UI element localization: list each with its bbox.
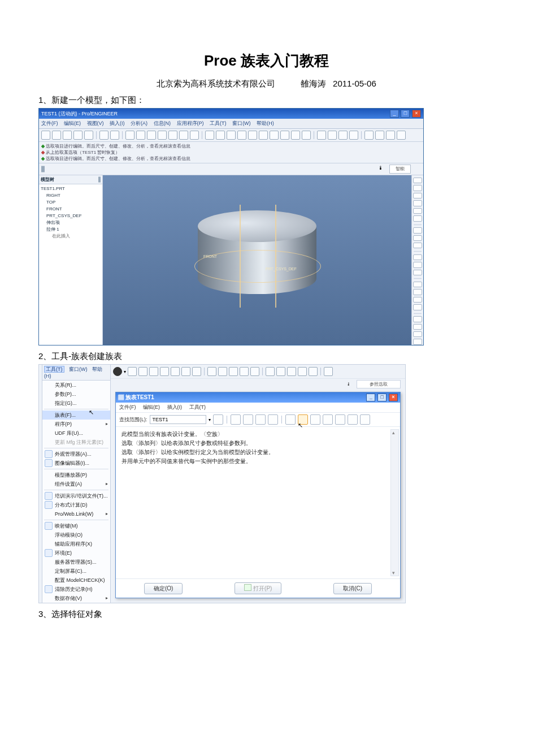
dmenu-file[interactable]: 文件(F) [119,404,136,410]
menu-item[interactable]: 族表(F)... [42,411,110,420]
graphics-viewport[interactable]: FRONT PRT_CSYS_DEF [103,175,411,345]
hiddenline-icon[interactable] [218,367,227,376]
copy-icon[interactable] [136,131,145,140]
zoom-in-icon[interactable] [128,367,137,376]
dialog-maximize[interactable]: □ [377,394,387,401]
save-icon[interactable] [63,131,72,140]
menu-item[interactable]: Pro/Web.Link(W)▸ [42,509,110,519]
reorient-icon[interactable] [160,367,169,376]
orient-icon[interactable] [259,131,268,140]
paste-icon[interactable] [147,131,156,140]
menu-item[interactable]: 定制屏幕(C)... [42,567,110,576]
blend-icon[interactable] [413,304,422,310]
menu-item[interactable]: 关系(R)... [42,381,110,390]
tools-dropdown-menu[interactable]: 工具(T) 窗口(W) 帮助(H) 关系(R)...参数(P)...指定(G).… [42,364,111,603]
menu-item[interactable]: 映射键(M) [42,521,110,530]
sketch-icon[interactable] [413,178,422,183]
sweep-icon[interactable] [413,297,422,303]
help-icon[interactable] [397,131,406,140]
menu-analysis[interactable]: 分析(A) [131,120,147,126]
preview-icon[interactable] [348,414,358,425]
menu-tools[interactable]: 工具(T) [44,366,64,373]
extrude-icon[interactable] [413,282,422,287]
menu-item[interactable]: 数据存储(V)▸ [42,594,110,603]
dmenu-edit[interactable]: 编辑(E) [143,404,160,410]
spin-center-icon[interactable] [113,367,122,376]
model-info-icon[interactable] [386,131,395,140]
hole-icon[interactable] [413,227,422,233]
cancel-button[interactable]: 取消(C) [333,583,372,594]
tree-item[interactable]: 拉伸 1 [41,226,101,233]
mail-icon[interactable] [84,131,93,140]
family-table-dialog[interactable]: ▦ 族表TEST1 _ □ × 文件(F) 编辑(E) 插入(I) 工具(T) … [115,392,401,598]
menu-item[interactable]: UDF 库(U)... [42,429,110,438]
csys-icon[interactable] [413,215,422,221]
zoomout-icon[interactable] [237,131,246,140]
print-icon[interactable] [73,131,83,140]
menu-view[interactable]: 视图(V) [87,120,104,126]
lookin-field[interactable]: TEST1 [150,415,206,424]
verify-icon[interactable] [335,414,345,425]
feature-toolbar[interactable] [411,175,423,345]
dialog-toolbar[interactable]: 查找范围(L): TEST1 ▾ [116,412,400,427]
menu-item[interactable]: 培训演示/培训文件(T)... [42,491,110,500]
enhanced-icon[interactable] [250,367,259,376]
datum-point-icon[interactable] [338,131,348,140]
dmenu-insert[interactable]: 插入(I) [167,404,183,410]
dialog-titlebar[interactable]: ▦ 族表TEST1 _ □ × [116,392,400,403]
dialog-close[interactable]: × [389,394,398,401]
ok-button[interactable]: 确定(O) [144,583,183,594]
cut-icon[interactable] [231,414,241,425]
tree-icon[interactable] [360,414,370,425]
datum-axis-icon[interactable] [328,131,337,140]
maximize-button[interactable]: □ [401,110,410,118]
dialog-menubar[interactable]: 文件(F) 编辑(E) 插入(I) 工具(T) [116,403,400,412]
plane-icon[interactable] [413,185,422,191]
datum-plane-disp-icon[interactable] [266,367,275,376]
curve-icon[interactable] [413,200,422,206]
spin-icon[interactable] [216,131,225,140]
draft-icon[interactable] [413,254,422,260]
selection-filter[interactable]: 参照选取 [357,380,401,388]
menu-file[interactable]: 文件(F) [41,120,58,126]
refit-icon[interactable] [149,367,158,376]
dmenu-tools[interactable]: 工具(T) [189,404,206,410]
main-toolbar[interactable] [39,129,423,142]
wireframe-icon[interactable] [207,367,216,376]
merge-icon[interactable] [413,331,422,337]
dialog-scrollbar[interactable] [390,429,399,576]
regenerate-icon[interactable] [158,131,167,140]
menu-insert[interactable]: 插入(I) [110,120,125,126]
menu-info[interactable]: 信息(N) [154,120,171,126]
paste-icon[interactable] [255,414,266,425]
menu-item[interactable]: 浮动模块(O) [42,530,110,539]
insert-row-icon[interactable] [285,414,296,425]
point-icon[interactable] [413,208,422,214]
measure-icon[interactable] [375,131,384,140]
patternize-icon[interactable] [310,414,320,425]
wireframe-icon[interactable] [291,131,300,140]
shell-icon[interactable] [413,235,422,241]
boundary-icon[interactable] [413,339,422,344]
menu-window[interactable]: 窗口(W) [232,120,251,126]
tree-set-icon[interactable] [99,176,101,183]
new-icon[interactable] [41,131,50,140]
menu-item[interactable]: 外观管理器(A)... [42,450,110,459]
annotation-disp-icon[interactable] [309,367,318,376]
menu-tools[interactable]: 工具(T) [210,120,227,126]
savedviews-icon[interactable] [270,131,279,140]
menu-apps[interactable]: 应用程序(P) [177,120,204,126]
tree-item[interactable]: PRT_CSYS_DEF [41,213,101,219]
shading-icon[interactable] [240,367,249,376]
menu-item[interactable]: 模型播放器(P) [42,470,110,479]
datum-plane-icon[interactable] [317,131,326,140]
find-icon[interactable] [168,131,177,140]
copy-icon[interactable] [243,414,253,425]
chamfer-icon[interactable] [413,270,422,275]
menu-item[interactable]: 服务器管理器(S)... [42,558,110,567]
menu-item[interactable]: 配置 ModelCHECK(K) [42,576,110,585]
view-toolbar[interactable]: ▾ [111,365,405,379]
redo-icon[interactable] [110,131,119,140]
view-mgr-icon[interactable] [192,367,201,376]
zoomin-icon[interactable] [227,131,236,140]
